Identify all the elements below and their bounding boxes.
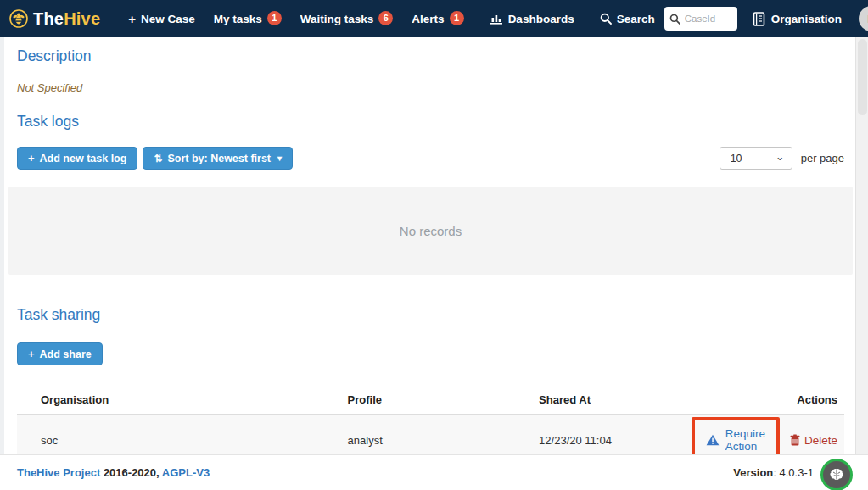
chevron-down-icon: ⌄ <box>776 150 785 163</box>
task-logs-heading: Task logs <box>17 113 844 131</box>
col-profile: Profile <box>341 388 533 415</box>
sort-by-button[interactable]: ⇅ Sort by: Newest first ▾ <box>143 147 293 170</box>
plus-icon: + <box>28 152 35 164</box>
col-actions: Actions <box>685 388 844 415</box>
vertical-scrollbar[interactable] <box>855 37 868 490</box>
my-tasks-badge: 1 <box>267 11 282 25</box>
version-text: Version: 4.0.3-1 <box>733 466 814 479</box>
nav-organisation[interactable]: Organisation <box>753 12 842 26</box>
nav-search[interactable]: Search <box>600 13 655 25</box>
description-heading: Description <box>17 47 844 65</box>
require-action-link[interactable]: Require Action <box>706 427 765 453</box>
warning-triangle-icon <box>706 434 720 446</box>
add-share-button[interactable]: + Add share <box>17 342 103 365</box>
description-value: Not Specified <box>17 81 844 94</box>
task-logs-toolbar: + Add new task log ⇅ Sort by: Newest fir… <box>17 147 844 170</box>
bar-chart-icon <box>490 13 503 25</box>
nav-alerts[interactable]: Alerts 1 <box>412 12 463 26</box>
search-icon <box>600 13 612 25</box>
footer-years: 2016-2020, <box>104 466 160 479</box>
brand-name: TheHive <box>33 9 100 29</box>
nav-my-tasks[interactable]: My tasks 1 <box>214 12 282 26</box>
nav-waiting-tasks[interactable]: Waiting tasks 6 <box>300 12 394 26</box>
waiting-tasks-badge: 6 <box>378 11 393 25</box>
plus-icon: + <box>28 348 35 360</box>
agpl-license-link[interactable]: AGPL-V3 <box>162 466 210 479</box>
main-content: Description Not Specified Task logs + Ad… <box>4 37 855 465</box>
col-organisation: Organisation <box>17 388 341 415</box>
user-avatar: N <box>859 6 868 31</box>
per-page-control: 10 ⌄ per page <box>720 147 844 170</box>
organisation-icon <box>753 12 765 26</box>
delete-link[interactable]: Delete <box>790 434 837 447</box>
footer-version-area: Version: 4.0.3-1 <box>733 459 853 487</box>
table-header-row: Organisation Profile Shared At Actions <box>17 388 844 415</box>
sort-arrows-icon: ⇅ <box>154 153 162 164</box>
alerts-badge: 1 <box>450 11 464 25</box>
add-task-log-button[interactable]: + Add new task log <box>17 147 137 170</box>
task-logs-buttons: + Add new task log ⇅ Sort by: Newest fir… <box>17 147 293 170</box>
col-shared-at: Shared At <box>532 388 685 415</box>
row-actions: Require Action <box>692 427 837 453</box>
thehive-project-link[interactable]: TheHive Project <box>17 466 100 479</box>
nav-new-case[interactable]: + New Case <box>128 13 195 25</box>
brand-logo[interactable]: TheHive <box>8 8 100 29</box>
nav-dashboards[interactable]: Dashboards <box>490 13 574 25</box>
chat-widget-button[interactable] <box>820 459 853 490</box>
caseid-search-box <box>664 7 737 31</box>
per-page-select[interactable]: 10 ⌄ <box>720 147 792 170</box>
caseid-input[interactable] <box>685 14 732 24</box>
brain-icon <box>828 467 845 482</box>
page-footer: TheHive Project 2016-2020, AGPL-V3 Versi… <box>0 454 868 490</box>
footer-credits: TheHive Project 2016-2020, AGPL-V3 <box>17 466 210 479</box>
caseid-search-icon <box>669 14 680 25</box>
per-page-label: per page <box>801 152 844 164</box>
trash-icon <box>790 434 800 446</box>
no-records-text: No records <box>400 224 462 238</box>
plus-icon: + <box>128 13 136 25</box>
bee-icon <box>8 8 29 29</box>
no-records-panel: No records <box>8 187 853 275</box>
nav-user-menu[interactable]: N cert/Nabil <box>859 6 868 31</box>
caret-down-icon: ▾ <box>277 153 282 163</box>
task-sharing-heading: Task sharing <box>17 306 844 324</box>
top-navbar: TheHive + New Case My tasks 1 Waiting ta… <box>0 0 868 37</box>
scrollbar-thumb[interactable] <box>858 39 867 115</box>
